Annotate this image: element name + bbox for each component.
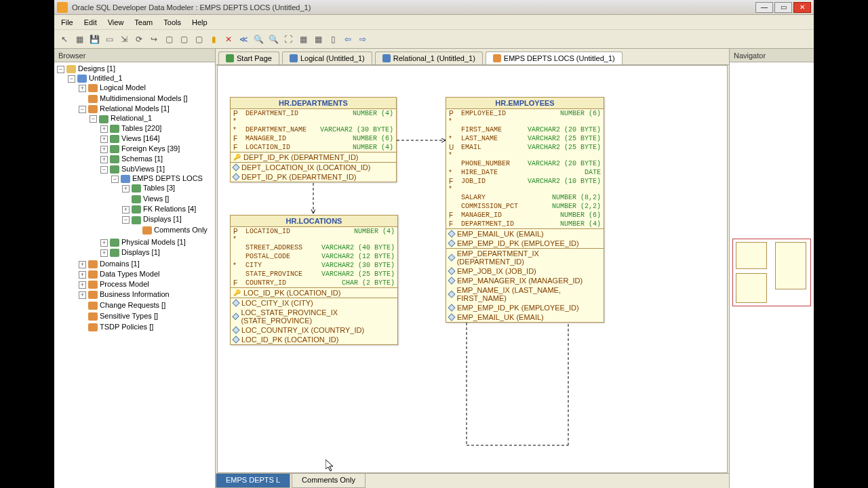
- index-row: LOC_STATE_PROVINCE_IX (STATE_PROVINCE): [231, 308, 397, 325]
- column-row: F *JOB_IDVARCHAR2 (10 BYTE): [446, 177, 604, 193]
- menu-edit[interactable]: Edit: [80, 17, 101, 28]
- tree-business[interactable]: Business Information: [100, 290, 170, 298]
- subview-icon: [493, 54, 501, 62]
- tree-sensitive[interactable]: Sensitive Types []: [100, 312, 158, 320]
- column-row: *HIRE_DATEDATE: [446, 168, 604, 177]
- tree-relational1[interactable]: Relational_1: [111, 114, 152, 122]
- column-row: P *DEPARTMENT_IDNUMBER (4): [231, 109, 396, 125]
- bottom-tab-comments[interactable]: Comments Only: [292, 474, 366, 488]
- tab-start-page[interactable]: Start Page: [218, 52, 279, 64]
- tree-tables[interactable]: Tables [220]: [121, 124, 161, 132]
- editor-tabstrip: Start Page Logical (Untitled_1) Relation…: [216, 49, 729, 65]
- tree-change[interactable]: Change Requests []: [100, 301, 165, 309]
- column-row: FLOCATION_IDNUMBER (4): [231, 143, 396, 152]
- delete-icon[interactable]: ✕: [222, 33, 235, 45]
- pk-row: LOC_ID_PK (LOCATION_ID): [231, 288, 397, 298]
- fit-icon[interactable]: ⛶: [282, 33, 294, 45]
- tree-process[interactable]: Process Model: [100, 280, 149, 288]
- refresh-icon[interactable]: ⟳: [133, 33, 145, 45]
- index-row: LOC_ID_PK (LOCATION_ID): [231, 335, 397, 344]
- menubar: File Edit View Team Tools Help: [54, 15, 814, 30]
- tree-sub-tables[interactable]: Tables [3]: [143, 184, 175, 192]
- diagram-canvas[interactable]: HR.DEPARTMENTS P *DEPARTMENT_IDNUMBER (4…: [217, 65, 728, 473]
- table-icon[interactable]: ▭: [103, 33, 115, 45]
- tree-tsdp[interactable]: TSDP Policies []: [100, 323, 153, 331]
- nav-fwd-icon[interactable]: ⇨: [357, 33, 369, 45]
- column-row: *DEPARTMENT_NAMEVARCHAR2 (30 BYTE): [231, 125, 396, 134]
- column-row: FDEPARTMENT_IDNUMBER (4): [446, 220, 604, 228]
- minimize-button[interactable]: —: [755, 2, 773, 13]
- tree-relational-models[interactable]: Relational Models [1]: [100, 104, 170, 113]
- tree-fkeys[interactable]: Foreign Keys [39]: [121, 144, 180, 152]
- tree-comments-only[interactable]: Comments Only: [154, 226, 208, 234]
- column-row: FCOUNTRY_IDCHAR (2 BYTE): [231, 279, 397, 287]
- column-row: STATE_PROVINCEVARCHAR2 (25 BYTE): [231, 270, 397, 279]
- column-row: *CITYVARCHAR2 (30 BYTE): [231, 261, 397, 270]
- box2-icon[interactable]: ▢: [178, 33, 190, 45]
- tree-sub-views[interactable]: Views []: [143, 195, 169, 203]
- layout1-icon[interactable]: ▦: [297, 33, 309, 45]
- entity-locations[interactable]: HR.LOCATIONS P *LOCATION_IDNUMBER (4)STR…: [230, 215, 398, 345]
- box1-icon[interactable]: ▢: [163, 33, 175, 45]
- tree-subviews[interactable]: SubViews [1]: [121, 165, 165, 173]
- browser-header[interactable]: Browser: [54, 49, 215, 62]
- column-row: *LAST_NAMEVARCHAR2 (25 BYTE): [446, 134, 604, 143]
- pointer-icon[interactable]: ↖: [58, 33, 71, 45]
- import-icon[interactable]: ⇲: [118, 33, 130, 45]
- navigator-preview[interactable]: [732, 239, 811, 306]
- navigator-header[interactable]: Navigator: [730, 49, 814, 62]
- tab-emps[interactable]: EMPS DEPTS LOCS (Untitled_1): [486, 52, 623, 64]
- tab-logical[interactable]: Logical (Untitled_1): [282, 52, 372, 64]
- entity-departments[interactable]: HR.DEPARTMENTS P *DEPARTMENT_IDNUMBER (4…: [230, 97, 397, 182]
- pk-row: DEPT_ID_PK (DEPARTMENT_ID): [231, 152, 396, 162]
- zoom-in-icon[interactable]: 🔍: [252, 33, 264, 45]
- titlebar[interactable]: Oracle SQL Developer Data Modeler : EMPS…: [54, 0, 814, 15]
- redo-icon[interactable]: ↪: [148, 33, 160, 45]
- tree-multidim[interactable]: Multidimensional Models []: [100, 94, 188, 102]
- tree-schemas[interactable]: Schemas [1]: [121, 155, 163, 163]
- layout3-icon[interactable]: ▯: [327, 33, 339, 45]
- column-row: COMMISSION_PCTNUMBER (2,2): [446, 202, 604, 211]
- zoom-out-icon[interactable]: 🔍: [267, 33, 279, 45]
- menu-view[interactable]: View: [104, 17, 128, 28]
- grid-icon[interactable]: ▦: [73, 33, 85, 45]
- browser-tree[interactable]: −Designs [1] −Untitled_1 +Logical Model …: [54, 62, 215, 488]
- bottom-tab-emps[interactable]: EMPS DEPTS L: [216, 474, 290, 488]
- nav-back-icon[interactable]: ⇦: [342, 33, 354, 45]
- entity-title: HR.DEPARTMENTS: [231, 98, 396, 109]
- window-title: Oracle SQL Developer Data Modeler : EMPS…: [72, 3, 755, 12]
- tree-emps-subview[interactable]: EMPS DEPTS LOCS: [132, 174, 203, 182]
- navigator-panel: Navigator: [729, 49, 814, 488]
- column-row: FMANAGER_IDNUMBER (6): [231, 134, 396, 143]
- menu-tools[interactable]: Tools: [159, 17, 185, 28]
- tree-datatypes[interactable]: Data Types Model: [100, 270, 159, 278]
- index-row: EMP_DEPARTMENT_IX (DEPARTMENT_ID): [446, 249, 604, 266]
- toolbar: ↖ ▦ 💾 ▭ ⇲ ⟳ ↪ ▢ ▢ ▢ ▮ ✕ ≪ 🔍 🔍 ⛶ ▦ ▦ ▯ ⇦ …: [54, 30, 814, 49]
- menu-team[interactable]: Team: [130, 17, 157, 28]
- tree-domains[interactable]: Domains [1]: [100, 260, 140, 268]
- tree-logical-model[interactable]: Logical Model: [100, 83, 146, 92]
- maximize-button[interactable]: ▭: [774, 2, 792, 13]
- box3-icon[interactable]: ▢: [193, 33, 205, 45]
- entity-employees[interactable]: HR.EMPLOYEES P *EMPLOYEE_IDNUMBER (6)FIR…: [446, 97, 604, 323]
- layout2-icon[interactable]: ▦: [312, 33, 324, 45]
- tree-fk-relations[interactable]: FK Relations [4]: [143, 205, 196, 213]
- tree-displays2[interactable]: Displays [1]: [121, 248, 160, 256]
- note-icon[interactable]: ▮: [208, 33, 220, 45]
- index-row: EMP_EMP_ID_PK (EMPLOYEE_ID): [446, 239, 604, 248]
- bottom-tabstrip: EMPS DEPTS L Comments Only: [216, 473, 729, 488]
- close-button[interactable]: ✕: [793, 2, 811, 13]
- tab-relational[interactable]: Relational_1 (Untitled_1): [375, 52, 483, 64]
- menu-file[interactable]: File: [57, 17, 77, 28]
- menu-help[interactable]: Help: [188, 17, 212, 28]
- index-row: EMP_EMAIL_UK (EMAIL): [446, 312, 604, 322]
- index-row: EMP_EMP_ID_PK (EMPLOYEE_ID): [446, 303, 604, 312]
- rewind-icon[interactable]: ≪: [237, 33, 250, 45]
- save-icon[interactable]: 💾: [88, 33, 100, 45]
- index-row: EMP_EMAIL_UK (EMAIL): [446, 229, 604, 239]
- tree-displays[interactable]: Displays [1]: [143, 215, 182, 223]
- tree-untitled[interactable]: Untitled_1: [89, 74, 123, 82]
- tree-physical[interactable]: Physical Models [1]: [121, 238, 186, 246]
- tree-views[interactable]: Views [164]: [121, 134, 160, 142]
- tree-designs[interactable]: Designs [1]: [78, 64, 115, 73]
